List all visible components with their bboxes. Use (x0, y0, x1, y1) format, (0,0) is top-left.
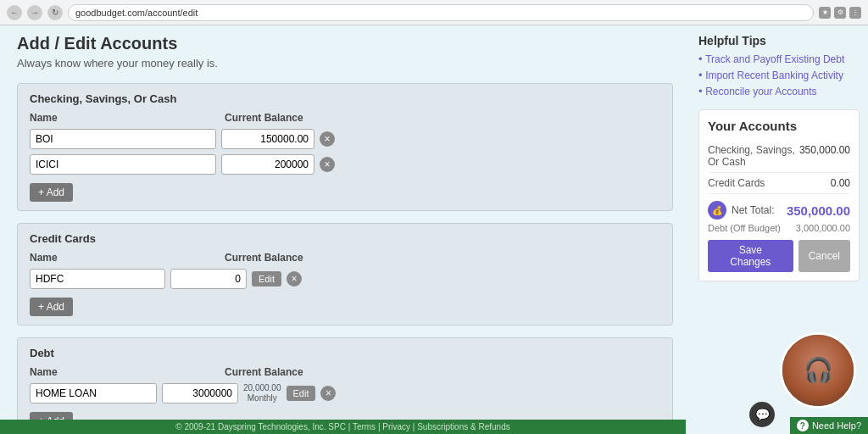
debt-row-1: 20,000.00Monthly Edit × (30, 383, 660, 403)
cancel-button[interactable]: Cancel (798, 240, 850, 272)
save-changes-button[interactable]: Save Changes (708, 240, 793, 272)
debt-extra-info-1: 20,000.00Monthly (243, 383, 281, 403)
tip-link-3[interactable]: Reconcile your Accounts (705, 86, 816, 97)
chat-icon-button[interactable]: 💬 (749, 402, 775, 427)
debt-name-input-1[interactable] (30, 383, 157, 403)
main-content: Add / Edit Accounts Always know where yo… (0, 25, 690, 434)
credit-balance-input-1[interactable] (170, 269, 247, 289)
action-buttons: Save Changes Cancel (708, 240, 850, 272)
footer-text: © 2009-21 Dayspring Technologies, Inc. S… (175, 422, 509, 431)
your-accounts-box: Your Accounts Checking, Savings, Or Cash… (698, 109, 860, 281)
tip-item-3[interactable]: Reconcile your Accounts (698, 85, 860, 97)
credit-name-header: Name (30, 252, 225, 264)
browser-icon-group: ★ ⚙ ⋮ (819, 7, 861, 19)
url-bar[interactable]: goodbudget.com/account/edit (68, 4, 814, 21)
net-total-value: 350,000.00 (787, 203, 850, 218)
checking-remove-btn-1[interactable]: × (320, 131, 335, 147)
need-help-label: Need Help? (812, 420, 861, 431)
checking-section: Checking, Savings, Or Cash Name Current … (17, 83, 673, 211)
debt-remove-btn-1[interactable]: × (320, 386, 336, 401)
checking-balance-header: Current Balance (225, 112, 303, 124)
avatar-person (782, 335, 854, 406)
need-help-badge[interactable]: ? Need Help? (790, 417, 868, 434)
tip-link-2[interactable]: Import Recent Banking Activity (705, 70, 843, 81)
debt-balance-header: Current Balance (225, 366, 303, 378)
debt-off-budget-label: Debt (Off Budget) (708, 223, 781, 233)
net-total-row: 💰 Net Total: 350,000.00 (708, 194, 850, 223)
footer: © 2009-21 Dayspring Technologies, Inc. S… (0, 420, 686, 434)
debt-edit-btn-1[interactable]: Edit (287, 386, 316, 401)
browser-chrome: ← → ↻ goodbudget.com/account/edit ★ ⚙ ⋮ (0, 0, 868, 25)
debt-section-title: Debt (30, 347, 660, 359)
credit-name-input-1[interactable] (30, 269, 165, 289)
credit-remove-btn-1[interactable]: × (287, 271, 302, 287)
url-text: goodbudget.com/account/edit (75, 8, 198, 18)
nav-refresh-button[interactable]: ↻ (47, 5, 63, 20)
checking-row-1: × (30, 129, 660, 149)
page-title: Add / Edit Accounts (17, 34, 673, 53)
summary-checking-value: 350,000.00 (799, 144, 850, 168)
helpful-tips-title: Helpful Tips (698, 34, 860, 47)
net-total-label: Net Total: (732, 204, 774, 216)
checking-name-input-2[interactable] (30, 154, 216, 175)
checking-remove-btn-2[interactable]: × (320, 157, 335, 172)
tip-link-1[interactable]: Track and Payoff Existing Debt (705, 53, 844, 65)
credit-section: Credit Cards Name Current Balance Edit ×… (17, 223, 673, 326)
helpful-tips-list: Track and Payoff Existing Debt Import Re… (698, 53, 860, 97)
credit-header-row: Name Current Balance (30, 252, 660, 264)
tip-item-1[interactable]: Track and Payoff Existing Debt (698, 53, 860, 65)
checking-name-header: Name (30, 112, 225, 124)
tip-item-2[interactable]: Import Recent Banking Activity (698, 69, 860, 81)
credit-row-1: Edit × (30, 269, 660, 289)
checking-header-row: Name Current Balance (30, 112, 660, 124)
helpful-tips-box: Helpful Tips Track and Payoff Existing D… (698, 34, 860, 101)
checking-name-input-1[interactable] (30, 129, 216, 149)
checking-section-title: Checking, Savings, Or Cash (30, 92, 660, 105)
summary-credit-value: 0.00 (831, 177, 850, 189)
page-subtitle: Always know where your money really is. (17, 57, 673, 70)
checking-row-2: × (30, 154, 660, 175)
summary-checking-label: Checking, Savings, Or Cash (708, 144, 799, 168)
need-help-question-icon: ? (797, 420, 809, 431)
debt-off-budget-value: 3,000,000.00 (796, 223, 850, 233)
credit-edit-btn-1[interactable]: Edit (252, 271, 281, 287)
debt-off-budget-row: Debt (Off Budget) 3,000,000.00 (708, 223, 850, 233)
nav-back-button[interactable]: ← (7, 5, 22, 20)
nav-forward-button[interactable]: → (27, 5, 42, 20)
credit-add-button[interactable]: + Add (30, 298, 73, 316)
debt-balance-input-1[interactable] (162, 383, 238, 403)
avatar (780, 332, 856, 409)
checking-balance-input-2[interactable] (221, 154, 314, 175)
browser-ext-icon2: ⚙ (834, 7, 846, 19)
summary-credit-label: Credit Cards (708, 177, 765, 189)
summary-row-credit: Credit Cards 0.00 (708, 173, 850, 194)
credit-section-title: Credit Cards (30, 232, 660, 245)
your-accounts-title: Your Accounts (708, 119, 850, 133)
checking-balance-input-1[interactable] (221, 129, 314, 149)
browser-menu-icon: ⋮ (849, 7, 861, 19)
net-total-icon: 💰 (708, 201, 726, 220)
debt-header-row: Name Current Balance (30, 366, 660, 378)
checking-add-button[interactable]: + Add (30, 183, 73, 202)
debt-name-header: Name (30, 366, 225, 378)
summary-row-checking: Checking, Savings, Or Cash 350,000.00 (708, 140, 850, 173)
credit-balance-header: Current Balance (225, 252, 303, 264)
browser-ext-icon: ★ (819, 7, 831, 19)
